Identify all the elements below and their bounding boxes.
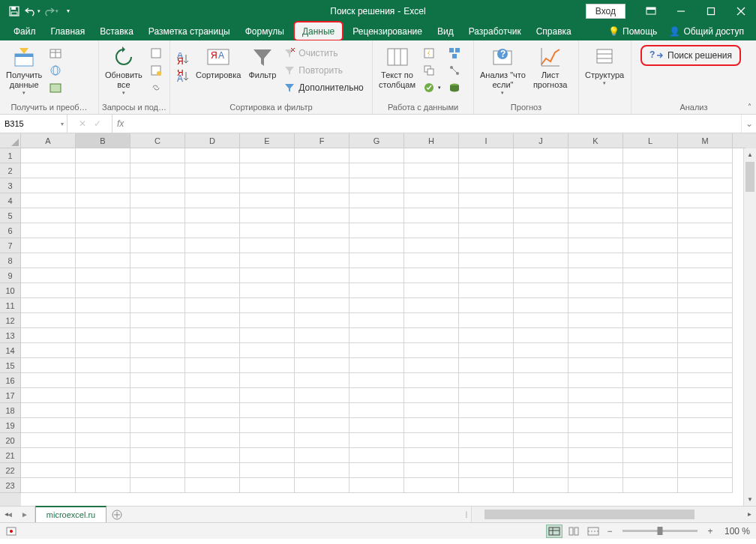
cell[interactable]	[514, 403, 568, 418]
cell[interactable]	[240, 253, 295, 268]
advanced-filter-button[interactable]: Дополнительно	[280, 79, 366, 96]
cell[interactable]	[568, 478, 623, 493]
cell[interactable]	[21, 253, 76, 268]
cell[interactable]	[130, 193, 185, 208]
cell[interactable]	[185, 418, 240, 433]
cell[interactable]	[514, 193, 568, 208]
cell[interactable]	[21, 223, 76, 238]
cell[interactable]	[130, 403, 185, 418]
cell[interactable]	[185, 298, 240, 313]
row-header[interactable]: 2	[0, 163, 21, 178]
cell[interactable]	[295, 343, 350, 358]
cell[interactable]	[404, 478, 459, 493]
cell[interactable]	[76, 313, 130, 328]
cell[interactable]	[459, 298, 514, 313]
cell[interactable]	[76, 358, 130, 373]
remove-dup-button[interactable]	[420, 62, 444, 79]
cell[interactable]	[404, 448, 459, 463]
cell[interactable]	[295, 358, 350, 373]
cell[interactable]	[350, 193, 404, 208]
column-header[interactable]: G	[350, 133, 404, 148]
what-if-button[interactable]: ? Анализ "что если" ▾	[477, 43, 529, 98]
cell[interactable]	[130, 343, 185, 358]
cell[interactable]	[185, 253, 240, 268]
cell[interactable]	[130, 253, 185, 268]
row-header[interactable]: 1	[0, 148, 21, 163]
cell[interactable]	[459, 268, 514, 283]
cell[interactable]	[350, 178, 404, 193]
cell[interactable]	[568, 373, 623, 388]
cell[interactable]	[678, 403, 733, 418]
cell[interactable]	[568, 178, 623, 193]
cell[interactable]	[185, 478, 240, 493]
cell[interactable]	[623, 328, 678, 343]
cell[interactable]	[678, 418, 733, 433]
cell[interactable]	[514, 418, 568, 433]
cell[interactable]	[21, 178, 76, 193]
cell[interactable]	[350, 253, 404, 268]
tab-pagelayout[interactable]: Разметка страницы	[141, 22, 238, 40]
cell[interactable]	[678, 253, 733, 268]
close-icon[interactable]	[726, 0, 756, 22]
undo-icon[interactable]: ▾	[24, 3, 40, 19]
cell[interactable]	[678, 178, 733, 193]
cell[interactable]	[568, 223, 623, 238]
cell[interactable]	[678, 223, 733, 238]
cell[interactable]	[459, 463, 514, 478]
cell[interactable]	[350, 418, 404, 433]
cell[interactable]	[185, 433, 240, 448]
sort-button[interactable]: ЯA Сортировка	[193, 43, 244, 82]
cell[interactable]	[76, 223, 130, 238]
cell[interactable]	[21, 388, 76, 403]
cell[interactable]	[404, 178, 459, 193]
cell[interactable]	[404, 238, 459, 253]
cell[interactable]	[514, 163, 568, 178]
select-all-corner[interactable]	[0, 133, 21, 148]
cell[interactable]	[568, 238, 623, 253]
cell[interactable]	[185, 328, 240, 343]
cell[interactable]	[295, 238, 350, 253]
cell[interactable]	[240, 238, 295, 253]
cell[interactable]	[350, 313, 404, 328]
cell[interactable]	[21, 358, 76, 373]
cell[interactable]	[404, 343, 459, 358]
cell[interactable]	[240, 433, 295, 448]
cell[interactable]	[623, 433, 678, 448]
collapse-ribbon-icon[interactable]: ˄	[748, 103, 752, 111]
cell[interactable]	[240, 448, 295, 463]
cell[interactable]	[678, 283, 733, 298]
data-model-button[interactable]	[446, 79, 464, 96]
cell[interactable]	[678, 313, 733, 328]
cell[interactable]	[514, 478, 568, 493]
cell[interactable]	[21, 313, 76, 328]
cell[interactable]	[185, 163, 240, 178]
cell[interactable]	[21, 328, 76, 343]
filter-button[interactable]: Фильтр	[245, 43, 279, 82]
cell[interactable]	[459, 223, 514, 238]
cell[interactable]	[295, 178, 350, 193]
cell[interactable]	[459, 358, 514, 373]
cell[interactable]	[623, 388, 678, 403]
queries-button[interactable]	[147, 45, 165, 61]
cell[interactable]	[240, 463, 295, 478]
cell[interactable]	[678, 193, 733, 208]
cell[interactable]	[185, 463, 240, 478]
cell[interactable]	[459, 388, 514, 403]
cell[interactable]	[568, 463, 623, 478]
cell[interactable]	[21, 418, 76, 433]
cell[interactable]	[21, 373, 76, 388]
tab-home[interactable]: Главная	[44, 22, 93, 40]
cell[interactable]	[295, 388, 350, 403]
cell[interactable]	[350, 463, 404, 478]
cell[interactable]	[678, 463, 733, 478]
cell[interactable]	[240, 223, 295, 238]
cell[interactable]	[350, 358, 404, 373]
cell[interactable]	[295, 403, 350, 418]
cell[interactable]	[459, 433, 514, 448]
properties-button[interactable]	[147, 62, 165, 79]
cell[interactable]	[678, 238, 733, 253]
cell[interactable]	[514, 223, 568, 238]
cell[interactable]	[130, 418, 185, 433]
cell[interactable]	[185, 148, 240, 163]
cell[interactable]	[404, 148, 459, 163]
